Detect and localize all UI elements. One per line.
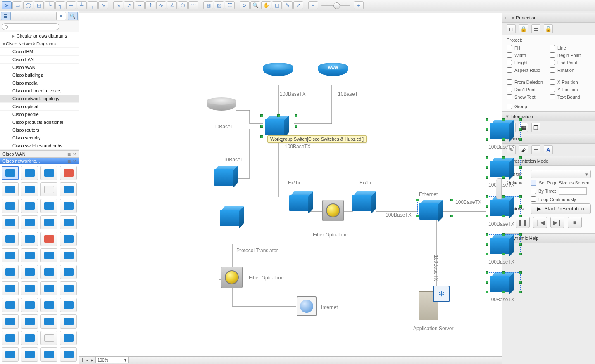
tree-item[interactable]: Cisco buildings	[0, 71, 79, 79]
protect-checkbox[interactable]: Aspect Ratio	[507, 67, 548, 73]
status-prev-icon[interactable]: ◂	[86, 358, 88, 362]
shape-palette-item[interactable]	[21, 265, 38, 279]
tool-line-1[interactable]: ↘	[113, 1, 123, 9]
protect-checkbox[interactable]: Show Text	[507, 94, 548, 99]
ctrl-next-button[interactable]: ▶❙	[550, 217, 564, 228]
ctrl-prev-button[interactable]: ❙◀	[533, 217, 547, 228]
shape-palette-item[interactable]	[40, 281, 57, 295]
shape-palette-item[interactable]	[2, 298, 19, 312]
tree-item[interactable]: ▼Cisco Network Diagrams	[0, 40, 79, 48]
shape-palette-item[interactable]	[60, 182, 77, 196]
shape-palette-item[interactable]	[2, 232, 19, 246]
shape-palette-item[interactable]	[21, 232, 38, 246]
shape-palette-item[interactable]	[21, 248, 38, 262]
shape-palette-item[interactable]	[60, 347, 77, 362]
opt-page-size-checkbox[interactable]: Set Page Size as Screen	[531, 180, 591, 186]
shape-palette-item[interactable]	[21, 281, 38, 295]
diagram-canvas[interactable]: www ✻	[79, 13, 502, 364]
library-tab[interactable]: Cisco network to...▦✕	[0, 157, 79, 164]
protect-group-checkbox[interactable]: Group	[507, 104, 591, 109]
tool-align[interactable]: ☷	[225, 1, 235, 9]
tool-conn-1[interactable]: └	[45, 1, 55, 9]
zoom-out-button[interactable]: －	[308, 1, 318, 9]
tool-export[interactable]: ⇲	[98, 1, 108, 9]
tree-item[interactable]: Cisco people	[0, 111, 79, 118]
shape-palette-item[interactable]	[2, 331, 19, 345]
tree-item[interactable]: ▸Circular arrows diagrams	[0, 32, 79, 40]
protect-checkbox[interactable]: Text Bound	[550, 94, 591, 99]
status-vscroll-icon[interactable]: ‖	[82, 358, 84, 362]
ctrl-stop-button[interactable]: ■	[568, 217, 582, 228]
tree-item[interactable]: Cisco products additional	[0, 118, 79, 126]
tool-ellipse[interactable]: ◯	[23, 1, 33, 9]
by-time-field[interactable]	[559, 187, 587, 195]
tool-multi[interactable]: ∠	[167, 1, 177, 9]
shape-palette-item[interactable]	[40, 215, 57, 229]
protect-checkbox[interactable]: End Point	[550, 60, 591, 65]
tool-curve[interactable]: ∿	[156, 1, 166, 9]
shape-palette-item[interactable]	[60, 232, 77, 246]
tree-item[interactable]: Cisco IBM	[0, 48, 79, 56]
node-fiber-top[interactable]	[322, 200, 344, 221]
tool-tree-1[interactable]: ┬	[66, 1, 76, 9]
node-www-cloud[interactable]: www	[318, 63, 348, 79]
protect-checkbox[interactable]: From Deletion	[507, 79, 548, 85]
status-next-icon[interactable]: ▸	[91, 358, 93, 362]
shape-palette-item[interactable]	[21, 182, 38, 196]
tree-item[interactable]: Cisco switches and hubs	[0, 142, 79, 150]
node-protocol-translator[interactable]	[220, 206, 245, 226]
shape-palette-item[interactable]	[60, 248, 77, 262]
protect-checkbox[interactable]: Y Position	[550, 87, 591, 92]
shape-palette-item[interactable]	[21, 298, 38, 312]
protect-checkbox[interactable]: Line	[550, 45, 591, 50]
protect-checkbox[interactable]: Begin Point	[550, 52, 591, 58]
line-style-icon[interactable]: ▭	[531, 145, 540, 154]
tree-item[interactable]: Cisco routers	[0, 126, 79, 134]
shape-palette-item[interactable]	[60, 166, 77, 180]
tool-pointer[interactable]: ➤	[2, 1, 12, 9]
tree-item[interactable]: Cisco security	[0, 134, 79, 142]
tree-item[interactable]: Cisco network topology	[0, 95, 79, 103]
shape-palette-item[interactable]	[2, 166, 19, 180]
tree-item[interactable]: Cisco media	[0, 79, 79, 87]
tool-tree-2[interactable]: ┴	[77, 1, 87, 9]
node-fiber-bottom[interactable]	[221, 267, 243, 288]
info-layers-icon[interactable]: ❐	[531, 123, 540, 132]
tool-arc[interactable]: ⤴	[145, 1, 155, 9]
panel-view-tree-icon[interactable]: ☰	[1, 12, 11, 20]
shape-palette-item[interactable]	[40, 314, 57, 329]
tree-item[interactable]: Cisco LAN	[0, 56, 79, 64]
tree-item[interactable]: Cisco WAN	[0, 64, 79, 71]
shape-palette-item[interactable]	[2, 314, 19, 329]
shape-palette-item[interactable]	[60, 281, 77, 295]
shape-palette-item[interactable]	[40, 265, 57, 279]
shape-palette-item[interactable]	[21, 331, 38, 345]
shape-palette-item[interactable]	[60, 298, 77, 312]
tool-guide[interactable]: ✎	[283, 1, 293, 9]
tool-break[interactable]: ▨	[214, 1, 224, 9]
tool-text[interactable]: ▤	[34, 1, 44, 9]
node-fxtx-left[interactable]	[289, 191, 314, 211]
shape-palette-item[interactable]	[40, 166, 57, 180]
shape-palette-item[interactable]	[21, 347, 38, 362]
section-protection-header[interactable]: ○▼Protection	[502, 13, 595, 23]
zoom-slider[interactable]	[321, 5, 350, 6]
ctrl-pause-button[interactable]: ❚❚	[516, 217, 530, 228]
tool-refresh[interactable]: ⟳	[240, 1, 250, 9]
node-router-grey[interactable]	[207, 97, 236, 114]
protection-page-icon[interactable]: ▭	[531, 24, 540, 33]
protection-select-icon[interactable]: ◻	[507, 24, 516, 33]
zoom-level-field[interactable]: 100%▾	[95, 357, 129, 363]
node-app-server[interactable]: ✻	[419, 286, 450, 320]
tool-rect[interactable]: ▭	[12, 1, 22, 9]
line-brush-icon[interactable]: 🖌	[519, 145, 528, 154]
shape-palette-item[interactable]	[60, 314, 77, 329]
shape-palette-item[interactable]	[40, 347, 57, 362]
library-tab[interactable]: Cisco WAN▦✕	[0, 150, 79, 157]
tool-tree-3[interactable]: ╦	[88, 1, 98, 9]
protect-checkbox[interactable]: Fill	[507, 45, 548, 50]
shape-palette-item[interactable]	[60, 265, 77, 279]
node-router[interactable]	[263, 63, 293, 79]
protect-checkbox[interactable]: Width	[507, 52, 548, 58]
tool-poly[interactable]: ⬡	[178, 1, 188, 9]
